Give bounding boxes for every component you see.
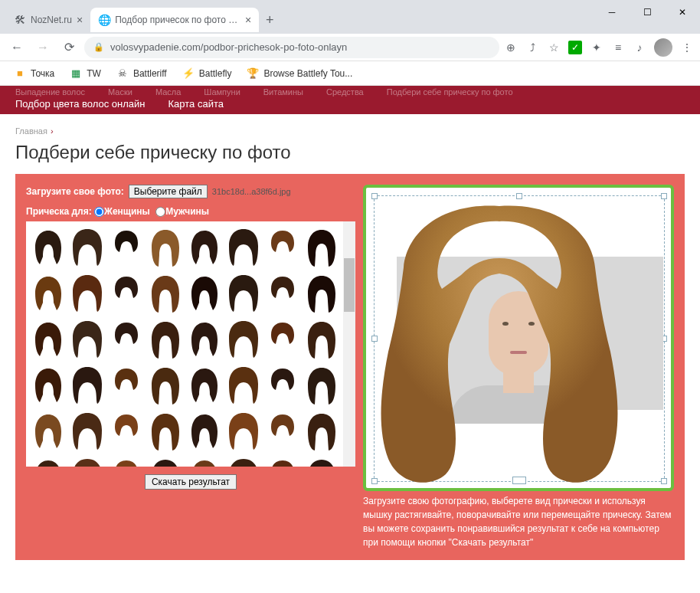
download-button[interactable]: Скачать результат <box>145 474 237 490</box>
handle-tl[interactable] <box>371 193 378 199</box>
list-icon[interactable]: ≡ <box>611 41 625 54</box>
hairstyle-option[interactable] <box>68 408 106 453</box>
bookmark-tw[interactable]: ▦TW <box>64 64 107 83</box>
hairstyle-option[interactable] <box>263 408 301 453</box>
hairstyle-option[interactable] <box>146 316 184 361</box>
hairstyle-option[interactable] <box>303 408 340 453</box>
hairstyle-option[interactable] <box>303 270 340 315</box>
handle-tm[interactable] <box>516 193 522 199</box>
close-icon[interactable]: × <box>245 14 251 26</box>
hairstyle-option[interactable] <box>107 454 145 467</box>
reload-button[interactable]: ⟳ <box>58 37 80 58</box>
hairstyle-option[interactable] <box>68 316 106 361</box>
hairstyle-option[interactable] <box>107 270 145 315</box>
nav-link[interactable]: Выпадение волос <box>15 87 85 97</box>
nav-link[interactable]: Карта сайта <box>168 98 224 110</box>
close-icon[interactable]: × <box>77 14 83 26</box>
hairstyle-option[interactable] <box>224 224 262 269</box>
handle-bl[interactable] <box>371 478 378 484</box>
radio-male[interactable] <box>155 207 165 217</box>
hairstyle-option[interactable] <box>146 224 184 269</box>
hairstyle-option[interactable] <box>29 270 67 315</box>
hairstyle-option[interactable] <box>29 362 67 407</box>
hairstyle-option[interactable] <box>185 408 223 453</box>
hairstyle-option[interactable] <box>185 454 223 467</box>
share-icon[interactable]: ⤴ <box>525 41 539 54</box>
bookmark-battlefly[interactable]: ⚡Battlefly <box>176 64 238 83</box>
hairstyle-option[interactable] <box>224 408 262 453</box>
minimize-button[interactable]: ─ <box>594 0 630 25</box>
scroll-thumb[interactable] <box>344 258 355 312</box>
preview-canvas[interactable] <box>363 185 674 491</box>
radio-female[interactable] <box>94 207 104 217</box>
handle-ml[interactable] <box>371 336 378 342</box>
hairstyle-option[interactable] <box>263 362 301 407</box>
hairstyle-option[interactable] <box>224 454 262 467</box>
hairstyle-option[interactable] <box>146 454 184 467</box>
hairstyle-option[interactable] <box>107 362 145 407</box>
tab-podbor[interactable]: 🌐 Подбор причесок по фото онла × <box>90 8 259 32</box>
handle-br[interactable] <box>661 478 667 484</box>
nav-link[interactable]: Масла <box>155 87 181 97</box>
hairstyle-option[interactable] <box>263 454 301 467</box>
hairstyle-option[interactable] <box>107 408 145 453</box>
nav-link[interactable]: Средства <box>326 87 364 97</box>
hairstyle-option[interactable] <box>185 316 223 361</box>
hairstyle-option[interactable] <box>224 316 262 361</box>
breadcrumb-home[interactable]: Главная <box>15 126 47 136</box>
handle-bm[interactable] <box>512 477 526 484</box>
url-input[interactable]: 🔒 volosvypadenie.com/podbor-prichesok-po… <box>84 37 499 58</box>
back-button[interactable]: ← <box>6 37 28 58</box>
hairstyle-option[interactable] <box>185 362 223 407</box>
page-title: Подбери себе прическу по фото <box>15 142 685 163</box>
menu-icon[interactable]: ⋮ <box>680 41 694 54</box>
star-icon[interactable]: ☆ <box>547 41 561 54</box>
hairstyle-option[interactable] <box>303 224 340 269</box>
hairstyle-option[interactable] <box>68 224 106 269</box>
music-icon[interactable]: ♪ <box>633 41 646 54</box>
close-window-button[interactable]: ✕ <box>665 0 700 25</box>
choose-file-button[interactable]: Выберите файл <box>129 185 208 198</box>
new-tab-button[interactable]: + <box>259 9 280 31</box>
hairstyle-option[interactable] <box>29 224 67 269</box>
search-icon[interactable]: ⊕ <box>504 41 518 54</box>
bookmark-tochka[interactable]: ■Точка <box>8 64 61 83</box>
chevron-right-icon: › <box>51 126 54 136</box>
hairstyle-option[interactable] <box>303 454 340 467</box>
hairstyle-option[interactable] <box>303 316 340 361</box>
extension-check-icon[interactable]: ✓ <box>568 41 582 54</box>
hairstyle-option[interactable] <box>263 224 301 269</box>
hairstyle-option[interactable] <box>224 362 262 407</box>
nav-link[interactable]: Маски <box>108 87 132 97</box>
nav-link[interactable]: Подбор цвета волос онлайн <box>15 98 146 110</box>
hairstyle-option[interactable] <box>224 270 262 315</box>
hairstyle-option[interactable] <box>303 362 340 407</box>
hairstyle-option[interactable] <box>263 270 301 315</box>
forward-button[interactable]: → <box>32 37 54 58</box>
hairstyle-option[interactable] <box>29 316 67 361</box>
scrollbar[interactable] <box>343 221 355 467</box>
hairstyle-option[interactable] <box>107 224 145 269</box>
hairstyle-option[interactable] <box>68 270 106 315</box>
hairstyle-option[interactable] <box>146 362 184 407</box>
maximize-button[interactable]: ☐ <box>630 0 665 25</box>
puzzle-icon[interactable]: ✦ <box>590 41 604 54</box>
bookmark-battlefy[interactable]: 🏆Browse Battlefy Tou... <box>240 64 358 83</box>
profile-avatar[interactable] <box>654 38 672 57</box>
tab-noznet[interactable]: 🛠 NozNet.ru × <box>6 8 90 32</box>
nav-link[interactable]: Подбери себе прическу по фото <box>387 87 513 97</box>
hairstyle-option[interactable] <box>146 408 184 453</box>
hairstyle-option[interactable] <box>107 316 145 361</box>
hairstyle-option[interactable] <box>185 270 223 315</box>
hairstyle-option[interactable] <box>68 454 106 467</box>
hairstyle-option[interactable] <box>185 224 223 269</box>
hairstyle-option[interactable] <box>29 408 67 453</box>
nav-link[interactable]: Шампуни <box>204 87 240 97</box>
hairstyle-option[interactable] <box>146 270 184 315</box>
hairstyle-option[interactable] <box>29 454 67 467</box>
nav-link[interactable]: Витамины <box>263 87 303 97</box>
hairstyle-option[interactable] <box>263 316 301 361</box>
hairstyle-option[interactable] <box>68 362 106 407</box>
bookmark-battleriff[interactable]: ☠Battleriff <box>110 64 173 83</box>
handle-tr[interactable] <box>661 193 667 199</box>
